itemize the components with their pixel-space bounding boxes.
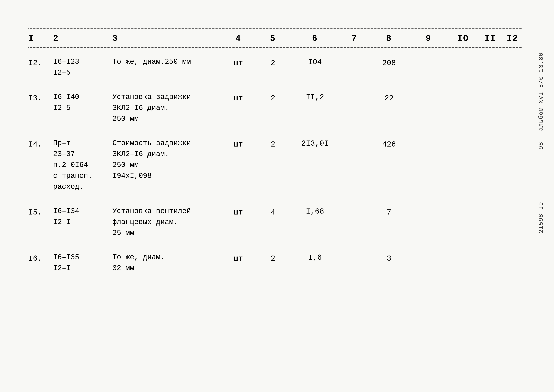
- row-qty: 2: [256, 92, 290, 105]
- row-code: I6–I34I2–I: [53, 206, 112, 228]
- header-col10: IO: [448, 34, 478, 43]
- row-unit: шт: [221, 252, 256, 265]
- row-description: То же, диам.32 мм: [112, 252, 221, 274]
- header-col7: 7: [340, 34, 369, 43]
- row-price: II,2: [290, 92, 340, 103]
- table-row: I6.I6–I35I2–IТо же, диам.32 ммшт2I,63: [28, 243, 522, 279]
- column-headers: I 2 3 4 5 6 7 8 9 IO II I2: [28, 29, 522, 47]
- row-description: Стоимость задвижкиЗКЛ2–I6 диам.250 ммI94…: [112, 138, 221, 182]
- table-row: I4.Пр–т23–07п.2–0I64с трансп.расход.Стои…: [28, 129, 522, 197]
- row-annotation: – 98 –: [538, 134, 545, 157]
- header-col3: 3: [112, 34, 221, 43]
- header-col2: 2: [53, 34, 112, 43]
- row-total: 7: [369, 206, 409, 219]
- row-qty: 2: [256, 138, 290, 151]
- row-id: I3.: [28, 92, 53, 105]
- row-annotation: 2I598–I9: [538, 202, 545, 233]
- list-item: I6.I6–I35I2–IТо же, диам.32 ммшт2I,63: [28, 243, 522, 279]
- row-annotation: альбом XVI 8/0–13.86: [538, 52, 545, 131]
- header-col4: 4: [221, 34, 256, 43]
- row-qty: 2: [256, 252, 290, 265]
- row-code: I6–I35I2–I: [53, 252, 112, 274]
- main-content: I 2 3 4 5 6 7 8 9 IO II I2 I2.I6–I23I2–5…: [28, 28, 522, 279]
- row-id: I5.: [28, 206, 53, 219]
- row-id: I6.: [28, 252, 53, 265]
- row-code: I6–I23I2–5: [53, 56, 112, 78]
- row-unit: шт: [221, 56, 256, 69]
- header-col11: II: [478, 34, 503, 43]
- row-total: 3: [369, 252, 409, 265]
- header-col8: 8: [369, 34, 409, 43]
- header-col1: I: [28, 34, 53, 43]
- header-col12: I2: [503, 34, 522, 43]
- row-price: I,6: [290, 252, 340, 263]
- row-total: 208: [369, 56, 409, 69]
- list-item: I5.I6–I34I2–IУстановка вентилейфланцевых…: [28, 197, 522, 243]
- header-col9: 9: [409, 34, 448, 43]
- list-item: I4.Пр–т23–07п.2–0I64с трансп.расход.Стои…: [28, 129, 522, 197]
- row-total: 22: [369, 92, 409, 105]
- row-id: I4.: [28, 138, 53, 151]
- data-rows-area: I2.I6–I23I2–5То же, диам.250 ммшт2IO4208…: [28, 48, 522, 279]
- row-code: I6–I40I2–5: [53, 92, 112, 113]
- row-code: Пр–т23–07п.2–0I64с трансп.расход.: [53, 138, 112, 192]
- row-description: То же, диам.250 мм: [112, 56, 221, 67]
- header-col6: 6: [290, 34, 340, 43]
- header-col5: 5: [256, 34, 290, 43]
- list-item: I2.I6–I23I2–5То же, диам.250 ммшт2IO4208: [28, 48, 522, 83]
- list-item: I3.I6–I40I2–5Установка задвижкиЗКЛ2–I6 д…: [28, 83, 522, 129]
- row-price: I,68: [290, 206, 340, 217]
- table-row: I3.I6–I40I2–5Установка задвижкиЗКЛ2–I6 д…: [28, 83, 522, 129]
- table-row: I2.I6–I23I2–5То же, диам.250 ммшт2IO4208…: [28, 48, 522, 83]
- row-description: Установка вентилейфланцевых диам.25 мм: [112, 206, 221, 238]
- row-unit: шт: [221, 206, 256, 219]
- row-qty: 4: [256, 206, 290, 219]
- row-price: IO4: [290, 56, 340, 68]
- page: I 2 3 4 5 6 7 8 9 IO II I2 I2.I6–I23I2–5…: [0, 0, 554, 392]
- row-unit: шт: [221, 138, 256, 151]
- row-unit: шт: [221, 92, 256, 105]
- row-description: Установка задвижкиЗКЛ2–I6 диам.250 мм: [112, 92, 221, 124]
- row-total: 426: [369, 138, 409, 151]
- row-qty: 2: [256, 56, 290, 69]
- row-id: I2.: [28, 56, 53, 69]
- row-price: 2I3,0I: [290, 138, 340, 149]
- table-row: I5.I6–I34I2–IУстановка вентилейфланцевых…: [28, 197, 522, 243]
